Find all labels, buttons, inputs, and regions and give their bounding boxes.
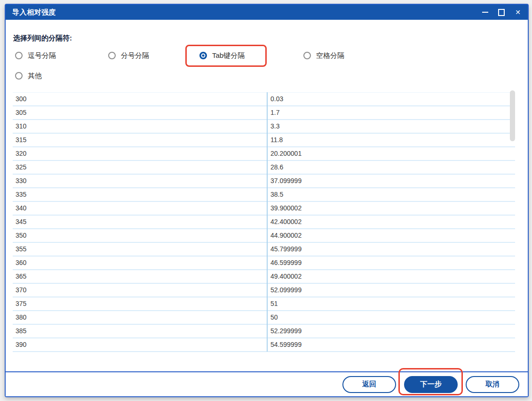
table-cell-col1: 325 [13,161,267,174]
radio-unselected-icon[interactable] [15,52,23,59]
table-cell-col1: 355 [13,243,267,256]
table-row: 36549.400002 [13,270,515,284]
table-row: 38050 [13,311,515,325]
table-cell-col2: 44.900002 [267,229,515,242]
table-row: 38552.299999 [13,325,515,338]
table-cell-col2: 28.6 [267,161,515,174]
table-cell-col2: 37.099999 [267,175,515,187]
preview-table: 3000.033051.73103.331511.832020.20000132… [13,92,515,353]
radio-option-comma[interactable]: 逗号分隔 [15,48,108,63]
table-cell-col2: 3.3 [267,120,515,133]
table-cell-col2: 54.599999 [267,338,515,351]
table-row: 39054.599999 [13,338,515,352]
scrollbar-thumb[interactable] [510,90,515,141]
table-cell-col2: 51 [267,297,515,310]
titlebar[interactable]: 导入相对强度 [6,5,528,20]
radio-selected-icon[interactable] [199,52,207,59]
close-icon[interactable] [515,9,521,16]
table-cell-col2: 52.299999 [267,325,515,337]
radio-option-semicolon[interactable]: 分号分隔 [108,48,199,63]
window-controls [482,9,521,16]
radio-option-label: 分号分隔 [121,51,149,60]
table-cell-col1: 375 [13,297,267,310]
import-relative-intensity-dialog: 导入相对强度 选择列间的分隔符: 逗号分隔分号分隔Tab键分隔空格分隔 其他 3… [5,4,529,397]
radio-row-2: 其他 [15,69,42,83]
radio-row-1: 逗号分隔分号分隔Tab键分隔空格分隔 [15,48,344,63]
next-button-annotation: 下一步 [404,376,458,393]
table-cell-col2: 20.200001 [267,147,515,160]
radio-unselected-icon[interactable] [108,52,116,59]
table-cell-col1: 335 [13,188,267,201]
table-cell-col1: 300 [13,93,267,105]
table-cell-col1: 340 [13,202,267,215]
footer: 返回 下一步 取消 [6,371,528,396]
table-cell-col2: 49.400002 [267,270,515,283]
table-cell-col2: 1.7 [267,106,515,119]
radio-option-label: 空格分隔 [316,51,344,60]
table-row: 32528.6 [13,161,515,175]
table-row: 34039.900002 [13,202,515,216]
next-button[interactable]: 下一步 [404,376,458,393]
table-row: 35545.799999 [13,243,515,257]
table-cell-col2: 39.900002 [267,202,515,215]
table-cell-col1: 320 [13,147,267,160]
radio-option-label: Tab键分隔 [212,51,245,60]
table-cell-col1: 385 [13,325,267,337]
table-cell-col2: 52.099999 [267,284,515,297]
minimize-icon[interactable] [482,9,488,16]
table-row: 3051.7 [13,106,515,120]
table-cell-col1: 330 [13,175,267,187]
table-cell-col2: 38.5 [267,188,515,201]
table-cell-col2: 0.03 [267,93,515,105]
table-row: 37551 [13,297,515,311]
table-row: 34542.400002 [13,216,515,229]
cancel-button[interactable]: 取消 [466,376,519,393]
table-row: 3103.3 [13,120,515,134]
table-cell-col2: 42.400002 [267,216,515,228]
table-cell-col2: 50 [267,311,515,324]
table-row: 33037.099999 [13,175,515,188]
dialog-title: 导入相对强度 [12,8,56,17]
table-cell-col2: 11.8 [267,134,515,146]
back-button[interactable]: 返回 [342,376,396,393]
table-cell-col1: 345 [13,216,267,228]
table-row: 36046.599999 [13,257,515,270]
maximize-icon[interactable] [498,9,505,16]
table-row: 33538.5 [13,188,515,202]
radio-option-label: 其他 [28,72,42,80]
table-cell-col1: 350 [13,229,267,242]
radio-unselected-icon[interactable] [15,72,23,80]
radio-unselected-icon[interactable] [303,52,311,59]
radio-option-label: 逗号分隔 [28,51,56,60]
table-cell-col1: 305 [13,106,267,119]
table-row: 32020.200001 [13,147,515,161]
table-row: 35044.900002 [13,229,515,243]
table-cell-col1: 315 [13,134,267,146]
table-cell-col1: 360 [13,257,267,269]
table-cell-col1: 380 [13,311,267,324]
table-cell-col1: 390 [13,338,267,351]
table-cell-col1: 365 [13,270,267,283]
table-cell-col1: 310 [13,120,267,133]
table-row: 3000.03 [13,93,515,106]
radio-option-space[interactable]: 空格分隔 [303,48,344,63]
table-cell-col1: 370 [13,284,267,297]
table-cell-col2: 46.599999 [267,257,515,269]
table-row: 37052.099999 [13,284,515,297]
delimiter-section-label: 选择列间的分隔符: [13,34,72,43]
radio-option-tab[interactable]: Tab键分隔 [199,48,303,63]
radio-option-other[interactable]: 其他 [15,69,42,83]
table-row: 31511.8 [13,134,515,147]
table-cell-col2: 45.799999 [267,243,515,256]
